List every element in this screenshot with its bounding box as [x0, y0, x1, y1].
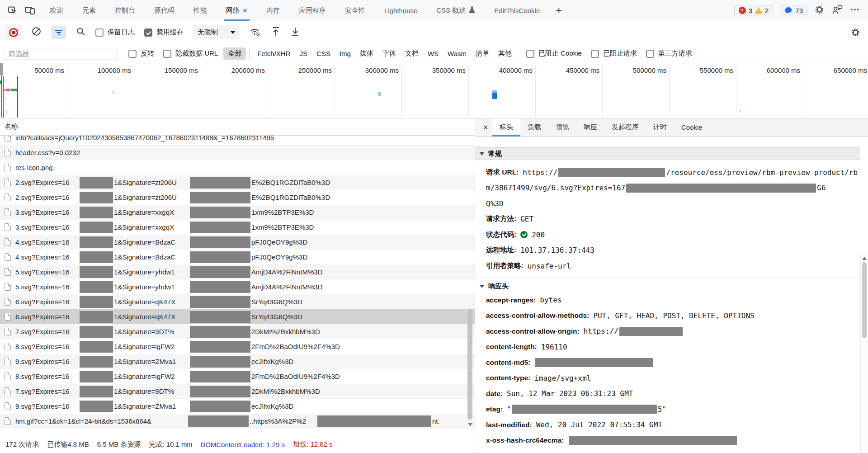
checkbox-unchecked[interactable] [646, 50, 654, 58]
detail-tab-payload[interactable]: 负载 [520, 118, 548, 137]
messages-badge[interactable]: 73 [780, 5, 807, 16]
detail-tab-response[interactable]: 响应 [576, 118, 604, 137]
filter-chip-wasm[interactable]: Wasm [443, 48, 471, 59]
request-row[interactable]: 7.svg?Expires=161&Signature=9DT%2DkMI%2B… [0, 324, 475, 339]
tab-memory[interactable]: 内存 [257, 0, 289, 21]
filter-chip-img[interactable]: Img [335, 48, 355, 59]
issues-badge[interactable]: 3 2 [734, 5, 774, 16]
request-row[interactable]: 9.svg?Expires=161&Signature=ZMva1ecJIfxi… [0, 354, 475, 369]
tab-css-overview[interactable]: CSS 概述 [427, 0, 485, 21]
filter-chip-font[interactable]: 字体 [378, 47, 401, 60]
filter-chip-all[interactable]: 全部 [223, 47, 246, 60]
tab-sources[interactable]: 源代码 [145, 0, 184, 21]
request-row[interactable]: hm.gif?cc=1&ck=1&cl=24-bit&ds=1536x864&.… [0, 414, 475, 429]
filter-chip-fetch-xhr[interactable]: Fetch/XHR [253, 48, 295, 59]
request-row[interactable]: info?callback=jQuery11020243058538674700… [0, 136, 475, 145]
request-row[interactable]: 5.svg?Expires=161&Signature=yhdw1AmjD4A%… [0, 264, 475, 279]
detail-tab-cookies[interactable]: Cookie [674, 118, 710, 137]
tab-performance[interactable]: 性能 [184, 0, 217, 21]
filter-chip-js[interactable]: JS [295, 48, 312, 59]
checkbox-unchecked[interactable] [591, 50, 599, 58]
feedback-icon[interactable] [831, 5, 843, 16]
close-tab-icon[interactable]: × [243, 7, 247, 14]
request-row[interactable]: 4.svg?Expires=161&Signature=BdzaCpFJ0QeO… [0, 250, 475, 264]
filter-chip-ws[interactable]: WS [423, 48, 443, 59]
invert-checkbox[interactable]: 反转 [128, 49, 154, 58]
request-row[interactable]: res-icon.png [0, 160, 475, 175]
network-overview-timeline[interactable]: 50000 ms100000 ms150000 ms200000 ms25000… [0, 63, 868, 118]
overview-brush-handle[interactable] [0, 63, 3, 76]
tab-label: 控制台 [115, 6, 135, 15]
request-row[interactable]: 6.svg?Expires=161&Signature=qK47XSrYq43G… [0, 309, 475, 324]
response-headers-section-header[interactable]: 响应头 [475, 278, 860, 291]
blocked-requests-checkbox[interactable]: 已阻止请求 [591, 49, 637, 58]
filter-chip-css[interactable]: CSS [312, 48, 335, 59]
settings-gear-icon[interactable] [814, 5, 825, 17]
network-conditions-icon[interactable] [249, 26, 261, 39]
name-column-header[interactable]: 名称 [0, 118, 475, 136]
checkbox-unchecked[interactable] [95, 28, 104, 37]
timeline-tick-label: 450000 ms [536, 66, 599, 74]
more-icon[interactable] [850, 5, 860, 16]
header-name: content-length: [486, 343, 537, 351]
checkbox-unchecked[interactable] [128, 50, 137, 58]
header-name: last-modified: [486, 421, 532, 429]
filter-chip-manifest[interactable]: 清单 [471, 47, 494, 60]
detail-scrollbar-thumb[interactable] [862, 262, 867, 338]
clear-icon[interactable] [31, 26, 42, 38]
request-row[interactable]: 4.svg?Expires=161&Signature=BdzaCpFJ0QeO… [0, 235, 475, 250]
new-tab-button[interactable]: + [556, 4, 562, 17]
timeline-tick-label: 300000 ms [335, 66, 399, 74]
inspect-icon[interactable] [7, 5, 17, 15]
close-detail-icon[interactable]: × [479, 123, 492, 132]
tab-elements[interactable]: 元素 [73, 0, 105, 21]
tab-editthiscookie[interactable]: EditThisCookie [485, 0, 549, 21]
tab-application[interactable]: 应用程序 [289, 0, 335, 21]
filter-input[interactable] [5, 48, 117, 60]
tab-welcome[interactable]: 欢迎 [40, 0, 73, 21]
request-row[interactable]: 2.svg?Expires=161&Signature=zt206UE%2BQ1… [0, 175, 475, 190]
request-row[interactable]: header.css?v=0.0232 [0, 145, 475, 160]
tab-lighthouse[interactable]: Lighthouse [375, 0, 427, 21]
request-row[interactable]: 9.svg?Expires=161&Signature=ZMva1ecJIfxi… [0, 399, 475, 414]
detail-tab-timing[interactable]: 计时 [646, 118, 674, 137]
request-row[interactable]: 8.svg?Expires=161&Signature=igFW22FmD%2B… [0, 339, 475, 354]
detail-tab-headers[interactable]: 标头 [492, 118, 520, 137]
detail-scrollbar[interactable] [860, 255, 868, 453]
record-button[interactable] [5, 25, 22, 40]
throttling-dropdown[interactable]: 无限制 [193, 25, 240, 39]
request-row[interactable]: 6.svg?Expires=161&Signature=qK47XSrYq43G… [0, 294, 475, 309]
detail-tab-initiator[interactable]: 发起程序 [604, 118, 646, 137]
checkbox-unchecked[interactable] [526, 50, 534, 58]
search-icon[interactable] [76, 27, 86, 38]
third-party-checkbox[interactable]: 第三方请求 [646, 49, 692, 58]
export-har-icon[interactable] [290, 26, 300, 39]
import-har-icon[interactable] [271, 26, 281, 39]
request-row[interactable]: 3.svg?Expires=161&Signature=xxgqX1xm9%2B… [0, 205, 475, 220]
blocked-cookies-checkbox[interactable]: 已阻止 Cookie [526, 49, 582, 58]
filter-chip-other[interactable]: 其他 [494, 47, 516, 60]
preserve-log-checkbox[interactable]: 保留日志 [95, 28, 135, 37]
tab-console[interactable]: 控制台 [105, 0, 145, 21]
request-row[interactable]: 2.svg?Expires=161&Signature=zt206UE%2BQ1… [0, 190, 475, 205]
request-row[interactable]: 8.svg?Expires=161&Signature=igFW22FmD%2B… [0, 369, 475, 384]
network-settings-gear-icon[interactable] [850, 27, 861, 39]
tab-network[interactable]: 网络× [217, 0, 257, 21]
general-section-header[interactable]: 常规 [475, 147, 860, 160]
tab-security[interactable]: 安全性 [335, 0, 375, 21]
device-toolbar-icon[interactable] [24, 5, 36, 15]
checkbox-unchecked[interactable] [163, 50, 171, 58]
request-row[interactable]: 5.svg?Expires=161&Signature=yhdw1AmjD4A%… [0, 279, 475, 294]
request-row[interactable]: 7.svg?Expires=161&Signature=9DT%2DkMI%2B… [0, 384, 475, 399]
filter-chip-doc[interactable]: 文档 [401, 47, 423, 60]
request-list-scrollbar-thumb[interactable] [467, 309, 472, 420]
checkbox-checked[interactable] [144, 28, 152, 37]
filter-chip-media[interactable]: 媒体 [355, 47, 378, 60]
scroll-down-arrow[interactable] [468, 423, 472, 426]
detail-tab-preview[interactable]: 预览 [548, 118, 576, 137]
filter-icon[interactable] [51, 26, 66, 39]
scroll-up-arrow[interactable] [862, 257, 867, 260]
disable-cache-checkbox[interactable]: 禁用缓存 [144, 28, 184, 37]
hide-data-urls-checkbox[interactable]: 隐藏数据 URL [163, 49, 218, 58]
request-row[interactable]: 3.svg?Expires=161&Signature=xxgqX1xm9%2B… [0, 220, 475, 235]
